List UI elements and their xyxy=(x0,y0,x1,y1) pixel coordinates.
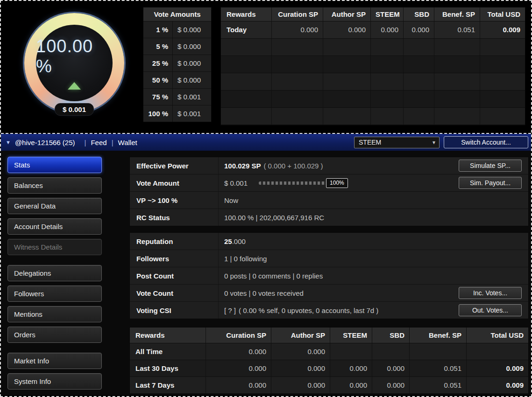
table-cell xyxy=(221,39,271,56)
table-cell: 0.051 xyxy=(409,360,466,376)
feed-link[interactable]: Feed xyxy=(91,139,106,146)
table-cell xyxy=(323,91,370,107)
account-menu-caret-icon[interactable]: ▼ xyxy=(6,139,11,145)
row-label: Reputation xyxy=(130,233,219,250)
titlebar-right: STEEM ▼ Switch Account... xyxy=(354,136,528,148)
sidebar-item-orders[interactable]: Orders xyxy=(7,327,102,343)
table-cell xyxy=(409,343,466,360)
table-cell xyxy=(271,108,323,125)
vote-amt: $ 0.001 xyxy=(172,105,211,122)
table-cell xyxy=(370,91,403,107)
vote-amt: $ 0.000 xyxy=(172,38,211,55)
table-cell: 0.009 xyxy=(466,360,528,376)
table-cell xyxy=(403,73,434,90)
table-row xyxy=(221,56,525,73)
table-cell xyxy=(403,108,434,125)
sidebar-item-followers[interactable]: Followers xyxy=(7,286,102,302)
table-header-cell: Total USD xyxy=(480,7,525,21)
table-cell: 0.000 xyxy=(271,21,323,38)
vote-weight-slider[interactable] xyxy=(259,181,328,185)
vote-pct: 50 % xyxy=(143,72,172,88)
table-cell xyxy=(323,108,370,125)
table-cell: 0.009 xyxy=(480,21,525,38)
switch-account-button[interactable]: Switch Account... xyxy=(444,136,528,148)
screen: 100.00 % $ 0.001 Vote Amounts 1 % $ 0.00… xyxy=(0,0,532,397)
rewards-summary-header-row: Rewards Curation SP Author SP STEEM SBD … xyxy=(130,327,528,343)
table-header-cell: Rewards xyxy=(221,7,271,21)
table-cell xyxy=(221,91,271,107)
table-cell: 0.051 xyxy=(409,377,466,393)
reputation-main: 25 xyxy=(224,237,232,245)
row-label: Voting CSI xyxy=(130,302,219,319)
simulate-sp-button[interactable]: Simulate SP... xyxy=(459,160,522,172)
table-cell: 0.000 xyxy=(206,343,271,360)
table-cell xyxy=(403,91,434,107)
row-label: Vote Amount xyxy=(130,174,219,191)
rewards-summary-table: Rewards Curation SP Author SP STEEM SBD … xyxy=(129,327,529,394)
reputation-value: 25 .000 xyxy=(219,237,528,245)
table-cell: 0.051 xyxy=(434,21,480,38)
table-header-cell: Benef. SP xyxy=(409,327,466,343)
table-cell xyxy=(323,39,370,56)
sidebar-item-delegations[interactable]: Delegations xyxy=(7,265,102,281)
wallet-link[interactable]: Wallet xyxy=(118,139,137,146)
table-cell xyxy=(323,73,370,90)
table-header-cell: STEEM xyxy=(370,7,403,21)
table-cell xyxy=(434,39,480,56)
table-cell xyxy=(271,39,323,56)
rewards-today-row: Today 0.000 0.000 0.000 0.000 0.051 0.00… xyxy=(221,21,525,39)
table-cell xyxy=(323,56,370,73)
rewards-30-days-row: Last 30 Days 0.000 0.000 0.000 0.000 0.0… xyxy=(130,360,528,377)
table-cell: 0.000 xyxy=(271,343,330,360)
titlebar-separator: | xyxy=(112,139,113,146)
table-header-cell: Author SP xyxy=(323,7,370,21)
row-label: Followers xyxy=(130,250,219,267)
row-label: Effective Power xyxy=(130,157,219,174)
table-cell xyxy=(221,56,271,73)
vote-amount-row: 25 % $ 0.000 xyxy=(143,55,211,72)
sidebar-item-account-details[interactable]: Account Details xyxy=(7,218,102,235)
sidebar-item-mentions[interactable]: Mentions xyxy=(7,306,102,322)
rewards-today-header-row: Rewards Curation SP Author SP STEEM SBD … xyxy=(221,7,525,21)
table-cell xyxy=(271,91,323,107)
table-cell xyxy=(403,56,434,73)
rc-status-value: 100.00 % | 202,000,667,916 RC xyxy=(219,214,528,222)
table-cell xyxy=(403,39,434,56)
account-stats-group: Reputation 25 .000 Followers 1 | 0 follo… xyxy=(129,232,529,319)
table-cell: Last 7 Days xyxy=(130,377,206,393)
top-widgets-section: 100.00 % $ 0.001 Vote Amounts 1 % $ 0.00… xyxy=(1,1,531,134)
table-cell xyxy=(466,343,528,360)
rewards-7-days-row: Last 7 Days 0.000 0.000 0.000 0.000 0.05… xyxy=(130,377,528,394)
row-label: Post Count xyxy=(130,267,219,284)
table-cell xyxy=(434,91,480,107)
sidebar-item-system-info[interactable]: System Info xyxy=(7,373,102,390)
table-cell xyxy=(480,91,525,107)
table-cell xyxy=(434,73,480,90)
rewards-all-time-row: All Time 0.000 0.000 xyxy=(130,343,528,360)
sidebar-item-balances[interactable]: Balances xyxy=(7,177,102,194)
sidebar: Stats Balances General Data Account Deta… xyxy=(7,157,102,395)
rewards-today-table: Rewards Curation SP Author SP STEEM SBD … xyxy=(220,7,525,125)
row-vote-amount: Vote Amount $ 0.001 100% Sim. Payout... xyxy=(130,174,528,191)
account-name[interactable]: @hive-121566 (25) xyxy=(15,139,75,146)
vp-recharge-value: Now xyxy=(219,196,528,204)
table-cell xyxy=(221,73,271,90)
sidebar-item-general-data[interactable]: General Data xyxy=(7,198,102,214)
sidebar-item-stats[interactable]: Stats xyxy=(7,157,102,173)
sim-payout-button[interactable]: Sim. Payout... xyxy=(459,177,522,189)
row-label: RC Status xyxy=(130,209,219,226)
table-cell xyxy=(271,56,323,73)
chain-select[interactable]: STEEM ▼ xyxy=(354,137,440,148)
vote-amount-row: 50 % $ 0.000 xyxy=(143,72,211,89)
incoming-votes-button[interactable]: Inc. Votes... xyxy=(459,287,522,299)
csi-help-icon[interactable]: [ ? ] xyxy=(224,306,236,314)
effective-power-value: 100.029 SP xyxy=(224,162,261,170)
vote-amounts-title: Vote Amounts xyxy=(143,7,211,21)
outgoing-votes-button[interactable]: Out. Votes... xyxy=(459,304,522,316)
row-vote-count: Vote Count 0 votes | 0 votes received In… xyxy=(130,284,528,301)
sidebar-item-market-info[interactable]: Market Info xyxy=(7,353,102,369)
table-header-cell: SBD xyxy=(372,327,409,343)
vote-amount-row: 5 % $ 0.000 xyxy=(143,38,211,55)
chevron-down-icon: ▼ xyxy=(432,140,436,145)
table-cell: 0.009 xyxy=(466,377,528,393)
